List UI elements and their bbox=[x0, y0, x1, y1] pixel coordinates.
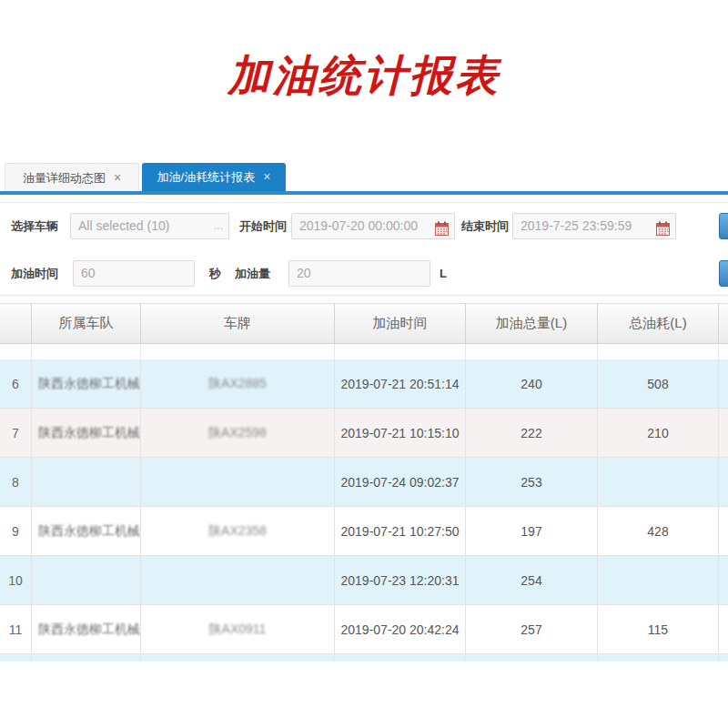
header-fleet[interactable]: 所属车队 bbox=[32, 304, 141, 343]
table-body: 6 陕西永德柳工机械有 陕AX2885 2019-07-21 20:51:14 … bbox=[0, 359, 728, 654]
header-row-number[interactable] bbox=[0, 304, 32, 343]
vehicle-select-value: All selected (10) bbox=[78, 218, 169, 233]
tab-bar: 油量详细动态图× 加油/油耗统计报表× bbox=[0, 162, 728, 195]
filter-panel: 选择车辆 All selected (10) ... 开始时间 2019-07-… bbox=[0, 202, 728, 296]
query-button-bottom[interactable] bbox=[719, 260, 728, 287]
table-row[interactable]: 8 2019-07-24 09:02:37 253 bbox=[0, 458, 728, 507]
table-row[interactable]: 6 陕西永德柳工机械有 陕AX2885 2019-07-21 20:51:14 … bbox=[0, 359, 728, 409]
start-time-value: 2019-07-20 00:00:00 bbox=[299, 218, 418, 233]
refuel-amount-label: 加油量 bbox=[235, 260, 270, 287]
table-row[interactable]: 7 陕西永德柳工机械有 陕AX2598 2019-07-21 10:15:10 … bbox=[0, 409, 728, 458]
table-row[interactable]: 10 2019-07-23 12:20:31 254 bbox=[0, 556, 728, 605]
vehicle-select[interactable]: All selected (10) ... bbox=[70, 213, 229, 239]
vehicle-select-label: 选择车辆 bbox=[11, 213, 58, 239]
table-row[interactable]: 11 陕西永德柳工机械有 陕AX0911 2019-07-20 20:42:24… bbox=[0, 605, 728, 654]
refuel-time-unit: 秒 bbox=[209, 260, 221, 287]
refuel-amount-unit: L bbox=[440, 260, 447, 287]
end-time-label: 结束时间 bbox=[461, 213, 509, 239]
refuel-report-table: 所属车队 车牌 加油时间 加油总量(L) 总油耗(L) 6 陕西永德柳工机械有 … bbox=[0, 303, 728, 662]
refuel-time-label: 加油时间 bbox=[11, 260, 58, 287]
refuel-time-value: 60 bbox=[81, 266, 96, 280]
start-time-input[interactable]: 2019-07-20 00:00:00 bbox=[291, 213, 455, 239]
report-page: 加油统计报表 油量详细动态图× 加油/油耗统计报表× 选择车辆 All sele… bbox=[0, 0, 728, 728]
header-refuel-time[interactable]: 加油时间 bbox=[335, 304, 466, 343]
calendar-icon[interactable] bbox=[435, 219, 449, 239]
tab-label: 油量详细动态图 bbox=[23, 171, 106, 185]
table-row[interactable]: 9 陕西永德柳工机械有 陕AX2358 2019-07-21 10:27:50 … bbox=[0, 507, 728, 556]
tab-label: 加油/油耗统计报表 bbox=[157, 170, 256, 184]
ellipsis-icon: ... bbox=[214, 214, 223, 238]
end-time-input[interactable]: 2019-7-25 23:59:59 bbox=[512, 213, 676, 239]
page-title: 加油统计报表 bbox=[0, 47, 728, 105]
refuel-amount-input[interactable]: 20 bbox=[288, 260, 430, 287]
close-icon[interactable]: × bbox=[263, 163, 270, 191]
start-time-label: 开始时间 bbox=[239, 213, 287, 239]
query-button-top[interactable] bbox=[719, 213, 728, 239]
header-spacer bbox=[719, 304, 728, 343]
header-consumption[interactable]: 总油耗(L) bbox=[598, 304, 719, 343]
tab-fuel-dynamic-chart[interactable]: 油量详细动态图× bbox=[5, 163, 139, 191]
partial-row-below bbox=[0, 654, 728, 662]
end-time-value: 2019-7-25 23:59:59 bbox=[521, 218, 632, 233]
header-plate[interactable]: 车牌 bbox=[141, 304, 335, 343]
partial-row-above bbox=[0, 344, 728, 359]
tab-refuel-report[interactable]: 加油/油耗统计报表× bbox=[142, 163, 286, 191]
refuel-time-input[interactable]: 60 bbox=[73, 260, 195, 287]
calendar-icon[interactable] bbox=[656, 219, 670, 239]
table-header: 所属车队 车牌 加油时间 加油总量(L) 总油耗(L) bbox=[0, 303, 728, 344]
close-icon[interactable]: × bbox=[114, 164, 121, 192]
refuel-amount-value: 20 bbox=[297, 266, 311, 280]
header-refuel-total[interactable]: 加油总量(L) bbox=[466, 304, 598, 343]
